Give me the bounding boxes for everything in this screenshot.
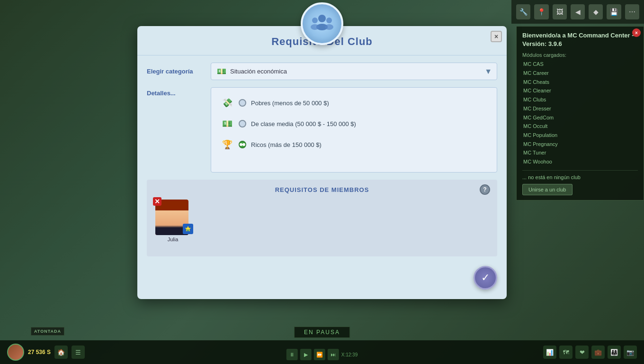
modal-body: Elegir categoría 💵 Situación económica ▼… (137, 55, 507, 299)
members-help-button[interactable]: ? (480, 184, 490, 195)
svg-point-2 (312, 18, 318, 23)
rich-radio[interactable] (239, 141, 246, 148)
members-section-title: Requisitos de miembros (164, 186, 480, 193)
middle-class-radio[interactable] (239, 120, 246, 127)
category-row: Elegir categoría 💵 Situación económica ▼ (147, 63, 497, 80)
modal-close-button[interactable]: × (491, 31, 502, 42)
middle-class-icon: 💵 (221, 117, 234, 130)
poor-radio[interactable] (239, 99, 246, 107)
category-dropdown[interactable]: 💵 Situación económica ▼ (211, 63, 497, 80)
julia-name: Julia (168, 237, 179, 242)
julia-badge (183, 224, 193, 234)
svg-point-5 (325, 24, 333, 30)
poor-text: Pobres (menos de 50 000 $) (251, 100, 329, 107)
julia-avatar-container: ✕ (155, 200, 191, 235)
option-poor[interactable]: 💸 Pobres (menos de 50 000 $) (218, 92, 490, 113)
svg-point-4 (326, 18, 332, 23)
rich-text: Ricos (más de 150 000 $) (251, 141, 322, 148)
confirm-button[interactable]: ✓ (474, 266, 497, 290)
confirm-row: ✓ (147, 264, 497, 292)
club-icon (301, 2, 343, 45)
details-content: 💸 Pobres (menos de 50 000 $) 💵 De clase … (211, 87, 497, 173)
member-julia-card: ✕ Julia (154, 200, 192, 252)
members-header: Requisitos de miembros ? (154, 184, 490, 195)
chevron-down-icon: ▼ (484, 67, 492, 76)
svg-rect-7 (187, 229, 189, 231)
category-label: Elegir categoría (147, 68, 204, 75)
option-middle-class[interactable]: 💵 De clase media (50 000 $ - 150 000 $) (218, 113, 490, 134)
rich-icon: 🏆 (221, 138, 234, 151)
julia-remove-button[interactable]: ✕ (153, 197, 161, 206)
club-requirement-modal: × Requisito del club Elegir categoría 💵 … (137, 26, 507, 299)
members-content: ✕ Julia (154, 200, 490, 252)
details-label: Detalles... (147, 87, 204, 173)
option-rich[interactable]: 🏆 Ricos (más de 150 000 $) (218, 134, 490, 155)
modal-overlay: × Requisito del club Elegir categoría 💵 … (0, 0, 644, 364)
category-dropdown-icon: 💵 (217, 67, 226, 76)
poor-icon: 💸 (221, 96, 234, 109)
svg-point-0 (318, 15, 326, 22)
members-section: Requisitos de miembros ? (147, 180, 497, 256)
details-section: Detalles... 💸 Pobres (menos de 50 000 $)… (147, 87, 497, 173)
svg-point-3 (311, 24, 319, 30)
middle-class-text: De clase media (50 000 $ - 150 000 $) (251, 120, 356, 127)
category-dropdown-value: Situación económica (230, 68, 287, 75)
